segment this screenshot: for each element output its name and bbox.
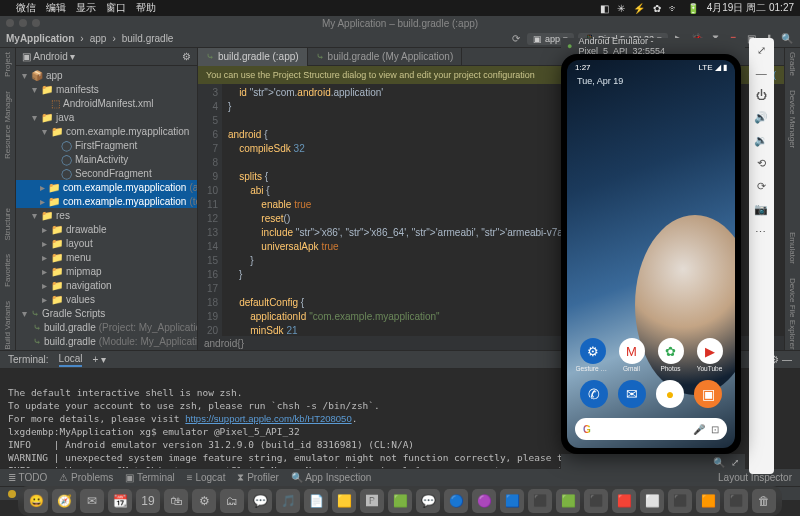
tree-row[interactable]: ⤷gradle-wrapper.properties (Gradle Versi…	[16, 348, 197, 350]
terminal-label: Terminal:	[8, 354, 49, 365]
phone-dock-icon[interactable]: ✆	[580, 380, 608, 408]
breadcrumb-app[interactable]: app	[90, 33, 107, 44]
tool-logcat[interactable]: ≡ Logcat	[187, 472, 226, 483]
tray-icon[interactable]: ⚡	[633, 3, 645, 14]
status-bar: Failed to start monitoring emulator-5554…	[0, 486, 800, 500]
tree-row[interactable]: ▸📁mipmap	[16, 264, 197, 278]
phone-date: Tue, Apr 19	[567, 74, 735, 88]
phone-status-time: 1:27	[575, 63, 591, 72]
tree-row[interactable]: ◯MainActivity	[16, 152, 197, 166]
terminal-add-tab[interactable]: + ▾	[92, 354, 106, 365]
tree-row[interactable]: ▾📁java	[16, 110, 197, 124]
sync-icon[interactable]: ⟳	[509, 32, 523, 46]
phone-app-icon[interactable]: MGmail	[614, 338, 649, 372]
tool-gradle[interactable]: Gradle	[788, 52, 797, 76]
tool-favorites[interactable]: Favorites	[3, 254, 12, 287]
tree-row[interactable]: ⤷build.gradle (Project: My_Application)	[16, 320, 197, 334]
wifi-icon[interactable]: ᯤ	[669, 3, 679, 14]
tree-row[interactable]: ▾📁res	[16, 208, 197, 222]
breadcrumb-file[interactable]: build.gradle	[122, 33, 174, 44]
traffic-lights[interactable]	[6, 19, 40, 27]
phone-app-icon[interactable]: ✿Photos	[653, 338, 688, 372]
tool-device-file-explorer[interactable]: Device File Explorer	[788, 278, 797, 350]
editor-tab[interactable]: ⤷build.gradle (:app)	[198, 48, 308, 66]
tool-resource-manager[interactable]: Resource Manager	[3, 91, 12, 159]
tree-row[interactable]: ▾📦app	[16, 68, 197, 82]
tree-row[interactable]: ⬚AndroidManifest.xml	[16, 96, 197, 110]
macos-menubar: 微信 编辑 显示 窗口 帮助 ◧ ✳ ⚡ ✿ ᯤ 🔋 4月19日 周二 01:2…	[0, 0, 800, 16]
emulator-volume-up[interactable]: 🔊	[754, 111, 768, 124]
emulator-rotate-right[interactable]: ⟳	[757, 180, 766, 193]
menu-view[interactable]: 显示	[76, 1, 96, 15]
mic-icon[interactable]: 🎤	[693, 424, 705, 435]
banner-text: You can use the Project Structure dialog…	[206, 70, 535, 80]
phone-dock-icon[interactable]: ●	[656, 380, 684, 408]
menu-edit[interactable]: 编辑	[46, 1, 66, 15]
tool-todo[interactable]: ≣ TODO	[8, 472, 47, 483]
tree-row[interactable]: ▸📁com.example.myapplication (androidTest…	[16, 180, 197, 194]
window-title: My Application – build.gradle (:app)	[322, 18, 478, 29]
emulator-screen[interactable]: 1:27 LTE ◢ ▮ Tue, Apr 19 ⚙Gesture Setti.…	[567, 60, 735, 448]
tool-project[interactable]: Project	[3, 52, 12, 77]
left-tool-gutter: Project Resource Manager Structure Favor…	[0, 48, 16, 350]
phone-app-icon[interactable]: ▶YouTube	[692, 338, 727, 372]
breadcrumb-root[interactable]: MyApplication	[6, 33, 74, 44]
tool-problems[interactable]: ⚠ Problems	[59, 472, 113, 483]
emulator-title: Android Emulator - Pixel_5_API_32:5554	[578, 36, 738, 56]
tree-row[interactable]: ▸📁drawable	[16, 222, 197, 236]
tool-terminal[interactable]: ▣ Terminal	[125, 472, 174, 483]
tray-icon[interactable]: ✿	[653, 3, 661, 14]
tray-icon[interactable]: ✳	[617, 3, 625, 14]
tree-row[interactable]: ▸📁navigation	[16, 278, 197, 292]
gear-icon[interactable]: ⚙	[182, 51, 191, 62]
tree-row[interactable]: ▸📁menu	[16, 250, 197, 264]
tree-row[interactable]: ▾📁com.example.myapplication	[16, 124, 197, 138]
emulator-fit-icon[interactable]: ⤢	[731, 457, 739, 468]
tool-device-manager[interactable]: Device Manager	[788, 90, 797, 148]
menu-app[interactable]: 微信	[16, 1, 36, 15]
google-search-bar[interactable]: G 🎤 ⊡	[575, 418, 727, 440]
tool-build-variants[interactable]: Build Variants	[3, 301, 12, 350]
project-view-selector[interactable]: ▣ Android ▾	[22, 51, 75, 62]
tree-row[interactable]: ⤷build.gradle (Module: My_Application.ap…	[16, 334, 197, 348]
status-text: Failed to start monitoring emulator-5554…	[20, 489, 250, 499]
terminal-tab-local[interactable]: Local	[59, 353, 83, 367]
menu-help[interactable]: 帮助	[136, 1, 156, 15]
editor-tab[interactable]: ⤷build.gradle (My Application)	[308, 48, 463, 66]
tree-row[interactable]: ▸📁com.example.myapplication (test)	[16, 194, 197, 208]
emulator-rotate-left[interactable]: ⟲	[757, 157, 766, 170]
emulator-window: ● Android Emulator - Pixel_5_API_32:5554…	[561, 38, 774, 474]
clock[interactable]: 4月19日 周二 01:27	[707, 1, 794, 15]
tool-app-inspection[interactable]: 🔍 App Inspection	[291, 472, 371, 483]
minimize-icon[interactable]: —	[756, 67, 767, 79]
google-logo-icon: G	[583, 424, 591, 435]
tree-row[interactable]: ▸📁values	[16, 292, 197, 306]
window-titlebar: My Application – build.gradle (:app)	[0, 16, 800, 30]
tree-row[interactable]: ▾⤷Gradle Scripts	[16, 306, 197, 320]
emulator-screenshot[interactable]: 📷	[754, 203, 768, 216]
emulator-side-toolbar: ⤢ — ⏻ 🔊 🔉 ⟲ ⟳ 📷 ⋯	[749, 38, 774, 474]
lens-icon[interactable]: ⊡	[711, 424, 719, 435]
tree-row[interactable]: ▸📁layout	[16, 236, 197, 250]
emulator-more-icon[interactable]: ⋯	[755, 226, 767, 239]
emulator-volume-down[interactable]: 🔉	[754, 134, 768, 147]
phone-status-right: LTE ◢ ▮	[698, 63, 727, 72]
emulator-device-frame: 1:27 LTE ◢ ▮ Tue, Apr 19 ⚙Gesture Setti.…	[561, 54, 741, 454]
battery-icon[interactable]: 🔋	[687, 3, 699, 14]
search-icon[interactable]: 🔍	[780, 32, 794, 46]
emulator-power-button[interactable]: ⏻	[756, 89, 767, 101]
tree-row[interactable]: ▾📁manifests	[16, 82, 197, 96]
tree-row[interactable]: ◯SecondFragment	[16, 166, 197, 180]
phone-dock-icon[interactable]: ▣	[694, 380, 722, 408]
expand-icon[interactable]: ⤢	[757, 44, 766, 57]
tool-structure[interactable]: Structure	[3, 208, 12, 240]
menu-window[interactable]: 窗口	[106, 1, 126, 15]
tool-emulator[interactable]: Emulator	[788, 232, 797, 264]
tool-profiler[interactable]: ⧗ Profiler	[237, 472, 278, 484]
tree-row[interactable]: ◯FirstFragment	[16, 138, 197, 152]
tray-icon[interactable]: ◧	[600, 3, 609, 14]
right-tool-gutter: Gradle Device Manager Emulator Device Fi…	[784, 48, 800, 350]
phone-dock-icon[interactable]: ✉	[618, 380, 646, 408]
phone-app-icon[interactable]: ⚙Gesture Setti...	[575, 338, 610, 372]
emulator-zoom-icon[interactable]: 🔍	[713, 457, 725, 468]
